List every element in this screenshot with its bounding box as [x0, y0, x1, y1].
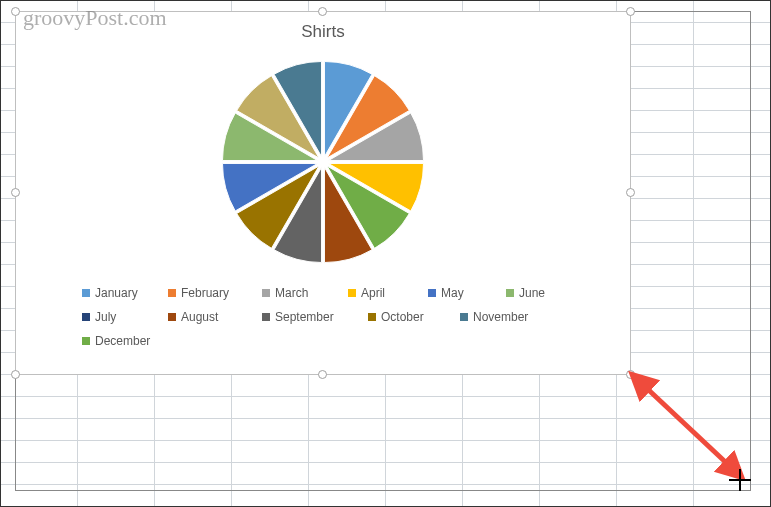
resize-handle-top-right[interactable]: [626, 7, 635, 16]
legend-label: January: [95, 286, 138, 300]
legend-label: May: [441, 286, 464, 300]
chart-object[interactable]: Shirts January February March April May …: [15, 11, 631, 375]
legend-item-august: August: [168, 310, 262, 324]
legend-swatch-icon: [506, 289, 514, 297]
legend-item-january: January: [82, 286, 168, 300]
legend-label: August: [181, 310, 218, 324]
legend-item-february: February: [168, 286, 262, 300]
legend-label: April: [361, 286, 385, 300]
legend-item-march: March: [262, 286, 348, 300]
legend-item-july: July: [82, 310, 168, 324]
legend-swatch-icon: [82, 313, 90, 321]
legend-swatch-icon: [168, 289, 176, 297]
resize-handle-bottom-right[interactable]: [626, 370, 635, 379]
legend-swatch-icon: [348, 289, 356, 297]
resize-handle-middle-right[interactable]: [626, 188, 635, 197]
legend-item-november: November: [460, 310, 564, 324]
legend-item-june: June: [506, 286, 576, 300]
legend-label: December: [95, 334, 150, 348]
legend-label: June: [519, 286, 545, 300]
legend-swatch-icon: [262, 289, 270, 297]
legend-label: October: [381, 310, 424, 324]
legend-label: November: [473, 310, 528, 324]
legend-swatch-icon: [262, 313, 270, 321]
chart-title[interactable]: Shirts: [16, 12, 630, 48]
legend-item-september: September: [262, 310, 368, 324]
legend-label: March: [275, 286, 308, 300]
resize-handle-top-left[interactable]: [11, 7, 20, 16]
legend-item-may: May: [428, 286, 506, 300]
legend-swatch-icon: [460, 313, 468, 321]
legend-item-april: April: [348, 286, 428, 300]
resize-handle-top-center[interactable]: [318, 7, 327, 16]
legend-label: July: [95, 310, 116, 324]
legend-swatch-icon: [368, 313, 376, 321]
legend-label: September: [275, 310, 334, 324]
resize-handle-bottom-left[interactable]: [11, 370, 20, 379]
legend-item-december: December: [82, 334, 172, 348]
pie-plot-area[interactable]: [16, 48, 630, 282]
pie-chart: [209, 48, 437, 276]
legend-swatch-icon: [82, 337, 90, 345]
legend-item-october: October: [368, 310, 460, 324]
resize-handle-bottom-center[interactable]: [318, 370, 327, 379]
resize-handle-middle-left[interactable]: [11, 188, 20, 197]
chart-legend[interactable]: January February March April May June Ju…: [16, 282, 630, 358]
legend-swatch-icon: [428, 289, 436, 297]
legend-swatch-icon: [82, 289, 90, 297]
legend-label: February: [181, 286, 229, 300]
legend-swatch-icon: [168, 313, 176, 321]
